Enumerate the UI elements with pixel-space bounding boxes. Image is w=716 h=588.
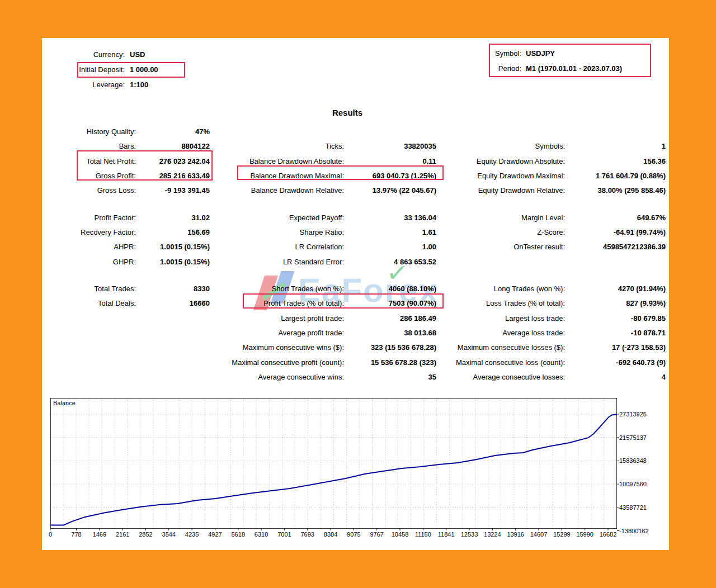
stat-label: Expected Payoff: xyxy=(215,211,344,225)
header-field: Initial Deposit:1 000.00 xyxy=(42,62,158,77)
results-stats-table: History Quality:47%Bars:8804122Ticks:338… xyxy=(42,125,669,385)
stat-label: LR Correlation: xyxy=(215,240,344,254)
stat-value: 0.11 xyxy=(347,154,436,169)
stat-value: 693 040.73 (1.25%) xyxy=(347,169,436,183)
stat-value: 1.0015 (0.15%) xyxy=(139,240,210,254)
stat-value: 15 536 678.28 (323) xyxy=(347,355,436,370)
stat-label: AHPR: xyxy=(42,240,136,254)
header-field-label: Leverage: xyxy=(42,77,125,92)
stat-label: Largest profit trade: xyxy=(215,311,344,326)
header-field: Leverage:1:100 xyxy=(42,77,158,92)
stat-value: 1.0015 (0.15%) xyxy=(139,255,210,269)
stat-value: 4 xyxy=(568,370,666,385)
stat-label: Long Trades (won %): xyxy=(442,282,565,296)
stat-value: 285 216 633.49 xyxy=(139,169,210,183)
stat-label: LR Standard Error: xyxy=(215,255,344,269)
stat-value: 8804122 xyxy=(139,139,210,154)
x-axis-label: 6310 xyxy=(249,531,274,538)
stat-value: 13.97% (22 045.67) xyxy=(347,183,436,198)
stat-value: 1 761 604.79 (0.88%) xyxy=(568,169,666,183)
stat-label: Total Trades: xyxy=(42,282,136,296)
stat-value: 156.36 xyxy=(568,154,666,169)
stat-row: Average consecutive wins:35Average conse… xyxy=(42,370,669,385)
stat-row: Profit Factor:31.02Expected Payoff:33 13… xyxy=(42,211,669,225)
stat-value: -80 679.85 xyxy=(568,311,666,326)
stat-row: Maximal consecutive profit (count):15 53… xyxy=(42,355,669,370)
x-axis-label: 13916 xyxy=(503,531,528,538)
x-axis-label: 12533 xyxy=(457,531,482,538)
stat-label: Balance Drawdown Maximal: xyxy=(215,169,344,183)
stat-label: Profit Factor: xyxy=(42,211,136,225)
stat-value: 4270 (91.94%) xyxy=(568,282,666,296)
x-axis-label: 10458 xyxy=(388,531,412,538)
stat-value: 276 023 242.04 xyxy=(139,154,210,169)
y-axis-label: 21575137 xyxy=(619,434,647,441)
header-field: Currency:USD xyxy=(42,47,158,62)
header-field: Symbol:USDJPY xyxy=(493,46,650,61)
stat-label: Recovery Factor: xyxy=(42,225,136,240)
stat-value: -64.91 (99.74%) xyxy=(568,225,666,240)
x-axis-label: 1469 xyxy=(87,531,112,538)
stat-value: -692 640.73 (9) xyxy=(568,355,666,370)
stat-label: Equity Drawdown Maximal: xyxy=(442,169,565,183)
stat-value: -10 878.71 xyxy=(568,326,666,340)
stat-value: 17 (-273 158.53) xyxy=(568,340,666,355)
stat-row: History Quality:47% xyxy=(42,125,669,139)
stat-label: Bars: xyxy=(42,139,136,154)
stat-label: Symbols: xyxy=(442,139,565,154)
x-axis-label: 0 xyxy=(38,531,63,538)
stat-label: Short Trades (won %): xyxy=(215,282,344,296)
stat-value: 33820035 xyxy=(347,139,436,154)
x-axis-label: 2161 xyxy=(110,531,135,538)
report-page: Currency:USDInitial Deposit:1 000.00Leve… xyxy=(42,38,669,550)
stat-row: Recovery Factor:156.69Sharpe Ratio:1.61Z… xyxy=(42,225,669,240)
x-axis-label: 7693 xyxy=(295,531,320,538)
x-axis-label: 9075 xyxy=(341,531,366,538)
stat-value: 38.00% (295 858.46) xyxy=(568,183,666,198)
x-axis-label: 778 xyxy=(64,531,88,538)
x-axis-label: 4235 xyxy=(180,531,204,538)
stat-row: Total Deals:16660Profit Trades (% of tot… xyxy=(42,296,669,311)
x-axis-label: 16682 xyxy=(596,531,620,538)
stat-row: Largest profit trade:286 186.49Largest l… xyxy=(42,311,669,326)
stat-label: Ticks: xyxy=(215,139,344,154)
stat-label: Profit Trades (% of total): xyxy=(215,296,344,311)
stat-label: OnTester result: xyxy=(442,240,565,254)
stat-label: Average loss trade: xyxy=(442,326,565,340)
x-axis-label: 11841 xyxy=(434,531,459,538)
stat-row: AHPR:1.0015 (0.15%)LR Correlation:1.00On… xyxy=(42,240,669,254)
stat-label: Total Net Profit: xyxy=(42,154,136,169)
stat-row: Bars:8804122Ticks:33820035Symbols:1 xyxy=(42,139,669,154)
header-field-value: 1 000.00 xyxy=(130,65,158,74)
stat-value: 4 863 653.52 xyxy=(347,255,436,269)
stat-value: 323 (15 536 678.28) xyxy=(347,340,436,355)
x-axis-label: 2852 xyxy=(133,531,158,538)
stat-label: Largest loss trade: xyxy=(442,311,565,326)
stat-value: 35 xyxy=(347,370,436,385)
x-axis-label: 3544 xyxy=(157,531,181,538)
header-field-value: M1 (1970.01.01 - 2023.07.03) xyxy=(526,64,622,73)
stat-label: GHPR: xyxy=(42,255,136,269)
chart-y-axis-labels: 2731392521575137158363481009756043587721… xyxy=(619,398,668,538)
header-field-label: Currency: xyxy=(42,47,125,62)
stat-label: Gross Profit: xyxy=(42,169,136,183)
x-axis-label: 5618 xyxy=(226,531,251,538)
report-frame: { "colors": { "frame": "#f7941e", "highl… xyxy=(0,0,716,588)
stat-row: Total Net Profit:276 023 242.04Balance D… xyxy=(42,154,669,169)
stat-row: GHPR:1.0015 (0.15%)LR Standard Error:4 8… xyxy=(42,255,669,269)
y-axis-label: 27313925 xyxy=(619,411,647,418)
balance-chart: Balance 07781469216128523544423549275618… xyxy=(42,398,669,550)
stat-row: Average profit trade:38 013.68Average lo… xyxy=(42,326,669,340)
x-axis-label: 15990 xyxy=(573,531,597,538)
stat-value: -9 193 391.45 xyxy=(139,183,210,198)
balance-chart-canvas xyxy=(50,398,617,529)
x-axis-label: 14607 xyxy=(526,531,551,538)
stat-value: 7503 (90.07%) xyxy=(347,296,436,311)
x-axis-label: 11150 xyxy=(411,531,435,538)
x-axis-label: 15299 xyxy=(549,531,574,538)
stat-row: Total Trades:8330Short Trades (won %):40… xyxy=(42,282,669,296)
stat-value: 33 136.04 xyxy=(347,211,436,225)
stat-label: Sharpe Ratio: xyxy=(215,225,344,240)
header-field-label: Period: xyxy=(493,61,521,76)
stat-value: 1 xyxy=(568,139,666,154)
